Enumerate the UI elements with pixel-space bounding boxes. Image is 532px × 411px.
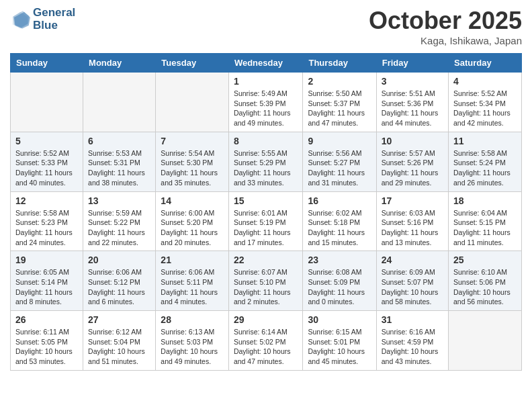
- day-info: Sunrise: 6:10 AM Sunset: 5:06 PM Dayligh…: [453, 267, 517, 307]
- calendar-week-row: 19Sunrise: 6:05 AM Sunset: 5:14 PM Dayli…: [11, 251, 522, 311]
- day-info: Sunrise: 5:52 AM Sunset: 5:34 PM Dayligh…: [453, 89, 517, 128]
- day-number: 14: [161, 195, 224, 206]
- day-info: Sunrise: 5:52 AM Sunset: 5:33 PM Dayligh…: [15, 148, 78, 188]
- day-number: 22: [234, 255, 298, 265]
- page-container: General Blue October 2025 Kaga, Ishikawa…: [0, 0, 532, 377]
- calendar-cell: 1Sunrise: 5:49 AM Sunset: 5:39 PM Daylig…: [228, 73, 303, 132]
- col-header-wednesday: Wednesday: [228, 54, 303, 73]
- calendar-cell: 12Sunrise: 5:58 AM Sunset: 5:23 PM Dayli…: [11, 191, 83, 251]
- day-info: Sunrise: 6:13 AM Sunset: 5:03 PM Dayligh…: [161, 327, 224, 367]
- title-section: October 2025 Kaga, Ishikawa, Japan: [369, 7, 522, 46]
- calendar-cell: 18Sunrise: 6:04 AM Sunset: 5:15 PM Dayli…: [449, 191, 522, 251]
- col-header-friday: Friday: [376, 54, 448, 73]
- day-info: Sunrise: 6:00 AM Sunset: 5:20 PM Dayligh…: [161, 208, 224, 248]
- day-number: 27: [88, 314, 150, 325]
- day-number: 8: [234, 136, 298, 146]
- day-number: 24: [382, 255, 443, 265]
- day-info: Sunrise: 6:06 AM Sunset: 5:12 PM Dayligh…: [88, 267, 150, 307]
- calendar-cell: 28Sunrise: 6:13 AM Sunset: 5:03 PM Dayli…: [156, 311, 229, 371]
- day-number: 1: [234, 76, 298, 87]
- day-info: Sunrise: 6:03 AM Sunset: 5:16 PM Dayligh…: [382, 208, 443, 248]
- day-number: 5: [15, 136, 78, 146]
- day-number: 21: [161, 255, 224, 265]
- calendar-cell: 11Sunrise: 5:58 AM Sunset: 5:24 PM Dayli…: [449, 132, 522, 191]
- logo-line2: Blue: [33, 19, 75, 32]
- day-info: Sunrise: 5:57 AM Sunset: 5:26 PM Dayligh…: [382, 148, 443, 188]
- calendar-cell: 3Sunrise: 5:51 AM Sunset: 5:36 PM Daylig…: [376, 73, 448, 132]
- calendar-week-row: 12Sunrise: 5:58 AM Sunset: 5:23 PM Dayli…: [11, 191, 522, 251]
- day-info: Sunrise: 5:58 AM Sunset: 5:23 PM Dayligh…: [15, 208, 78, 248]
- day-number: 28: [161, 314, 224, 325]
- day-number: 30: [308, 314, 371, 325]
- calendar-cell: 29Sunrise: 6:14 AM Sunset: 5:02 PM Dayli…: [228, 311, 303, 371]
- day-number: 10: [382, 136, 443, 146]
- calendar-cell: 7Sunrise: 5:54 AM Sunset: 5:30 PM Daylig…: [156, 132, 229, 191]
- calendar-cell: [11, 73, 83, 132]
- calendar-cell: 8Sunrise: 5:55 AM Sunset: 5:29 PM Daylig…: [228, 132, 303, 191]
- day-info: Sunrise: 6:15 AM Sunset: 5:01 PM Dayligh…: [308, 327, 371, 367]
- day-number: 17: [382, 195, 443, 206]
- calendar-cell: 27Sunrise: 6:12 AM Sunset: 5:04 PM Dayli…: [83, 311, 156, 371]
- col-header-thursday: Thursday: [303, 54, 376, 73]
- calendar-cell: 6Sunrise: 5:53 AM Sunset: 5:31 PM Daylig…: [83, 132, 156, 191]
- calendar-header-row: SundayMondayTuesdayWednesdayThursdayFrid…: [11, 54, 522, 73]
- calendar-cell: 23Sunrise: 6:08 AM Sunset: 5:09 PM Dayli…: [303, 251, 376, 311]
- day-number: 12: [15, 195, 78, 206]
- day-number: 4: [453, 76, 517, 87]
- calendar-week-row: 26Sunrise: 6:11 AM Sunset: 5:05 PM Dayli…: [11, 311, 522, 371]
- calendar-cell: 24Sunrise: 6:09 AM Sunset: 5:07 PM Dayli…: [376, 251, 448, 311]
- logo-line1: General: [33, 7, 75, 19]
- calendar-cell: 22Sunrise: 6:07 AM Sunset: 5:10 PM Dayli…: [228, 251, 303, 311]
- day-info: Sunrise: 6:06 AM Sunset: 5:11 PM Dayligh…: [161, 267, 224, 307]
- day-number: 18: [453, 195, 517, 206]
- day-info: Sunrise: 6:01 AM Sunset: 5:19 PM Dayligh…: [234, 208, 298, 248]
- calendar-table: SundayMondayTuesdayWednesdayThursdayFrid…: [10, 53, 522, 371]
- day-info: Sunrise: 6:16 AM Sunset: 4:59 PM Dayligh…: [382, 327, 443, 367]
- day-info: Sunrise: 5:51 AM Sunset: 5:36 PM Dayligh…: [382, 89, 443, 128]
- col-header-tuesday: Tuesday: [156, 54, 229, 73]
- logo-icon: [10, 9, 30, 30]
- day-info: Sunrise: 6:09 AM Sunset: 5:07 PM Dayligh…: [382, 267, 443, 307]
- day-info: Sunrise: 6:05 AM Sunset: 5:14 PM Dayligh…: [15, 267, 78, 307]
- header: General Blue October 2025 Kaga, Ishikawa…: [10, 7, 522, 46]
- location: Kaga, Ishikawa, Japan: [369, 35, 522, 46]
- calendar-cell: 15Sunrise: 6:01 AM Sunset: 5:19 PM Dayli…: [228, 191, 303, 251]
- day-number: 25: [453, 255, 517, 265]
- day-info: Sunrise: 5:54 AM Sunset: 5:30 PM Dayligh…: [161, 148, 224, 188]
- calendar-cell: 2Sunrise: 5:50 AM Sunset: 5:37 PM Daylig…: [303, 73, 376, 132]
- calendar-cell: 19Sunrise: 6:05 AM Sunset: 5:14 PM Dayli…: [11, 251, 83, 311]
- col-header-monday: Monday: [83, 54, 156, 73]
- day-number: 31: [382, 314, 443, 325]
- calendar-week-row: 5Sunrise: 5:52 AM Sunset: 5:33 PM Daylig…: [11, 132, 522, 191]
- day-info: Sunrise: 5:58 AM Sunset: 5:24 PM Dayligh…: [453, 148, 517, 188]
- day-number: 19: [15, 255, 78, 265]
- calendar-cell: [156, 73, 229, 132]
- calendar-cell: 4Sunrise: 5:52 AM Sunset: 5:34 PM Daylig…: [449, 73, 522, 132]
- day-number: 20: [88, 255, 150, 265]
- calendar-cell: 14Sunrise: 6:00 AM Sunset: 5:20 PM Dayli…: [156, 191, 229, 251]
- day-info: Sunrise: 5:49 AM Sunset: 5:39 PM Dayligh…: [234, 89, 298, 128]
- day-number: 23: [308, 255, 371, 265]
- day-number: 6: [88, 136, 150, 146]
- day-number: 13: [88, 195, 150, 206]
- day-info: Sunrise: 6:07 AM Sunset: 5:10 PM Dayligh…: [234, 267, 298, 307]
- calendar-cell: 10Sunrise: 5:57 AM Sunset: 5:26 PM Dayli…: [376, 132, 448, 191]
- calendar-cell: 20Sunrise: 6:06 AM Sunset: 5:12 PM Dayli…: [83, 251, 156, 311]
- day-number: 26: [15, 314, 78, 325]
- calendar-cell: [83, 73, 156, 132]
- day-number: 16: [308, 195, 371, 206]
- calendar-cell: 13Sunrise: 5:59 AM Sunset: 5:22 PM Dayli…: [83, 191, 156, 251]
- calendar-week-row: 1Sunrise: 5:49 AM Sunset: 5:39 PM Daylig…: [11, 73, 522, 132]
- day-number: 3: [382, 76, 443, 87]
- calendar-cell: 26Sunrise: 6:11 AM Sunset: 5:05 PM Dayli…: [11, 311, 83, 371]
- day-info: Sunrise: 5:53 AM Sunset: 5:31 PM Dayligh…: [88, 148, 150, 188]
- day-info: Sunrise: 6:02 AM Sunset: 5:18 PM Dayligh…: [308, 208, 371, 248]
- day-info: Sunrise: 5:56 AM Sunset: 5:27 PM Dayligh…: [308, 148, 371, 188]
- day-info: Sunrise: 6:12 AM Sunset: 5:04 PM Dayligh…: [88, 327, 150, 367]
- calendar-cell: 21Sunrise: 6:06 AM Sunset: 5:11 PM Dayli…: [156, 251, 229, 311]
- col-header-sunday: Sunday: [11, 54, 83, 73]
- day-info: Sunrise: 6:14 AM Sunset: 5:02 PM Dayligh…: [234, 327, 298, 367]
- day-info: Sunrise: 6:08 AM Sunset: 5:09 PM Dayligh…: [308, 267, 371, 307]
- day-number: 11: [453, 136, 517, 146]
- day-number: 29: [234, 314, 298, 325]
